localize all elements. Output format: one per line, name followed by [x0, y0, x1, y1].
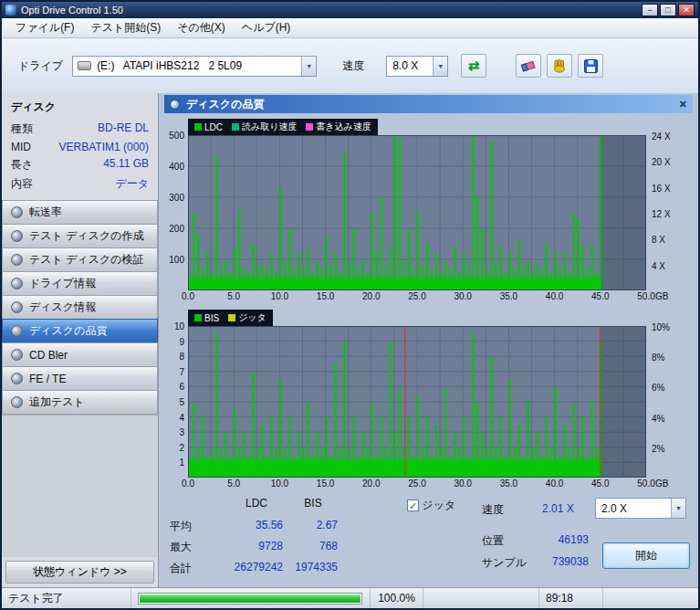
- jitter-checkbox[interactable]: ✓: [407, 500, 419, 511]
- refresh-icon: ⇄: [468, 58, 480, 74]
- sidebar-item-verify-test-disc[interactable]: テスト ディスクの検証: [2, 247, 158, 272]
- toolbar: ドライブ (E:) ATAPI iHBS212 2 5L09 ▼ 速度 8.0 …: [2, 38, 698, 93]
- axis-tick-label: 15.0: [312, 291, 340, 301]
- erase-button[interactable]: [516, 54, 541, 78]
- axis-tick-label: 2: [179, 443, 184, 453]
- menu-file[interactable]: ファイル(F): [7, 18, 82, 37]
- bis-plot: [188, 326, 646, 478]
- max-bis-value: 768: [288, 540, 338, 552]
- jitter-checkbox-label: ジッタ: [422, 499, 455, 511]
- disc-icon: [11, 278, 23, 289]
- axis-unit-label: GB: [655, 291, 677, 301]
- bis-left-axis: 10987654321: [164, 326, 186, 478]
- progress-section: [131, 588, 371, 608]
- avg-label: 平均: [170, 519, 192, 534]
- refresh-button[interactable]: ⇄: [461, 54, 486, 78]
- save-button[interactable]: [578, 54, 603, 78]
- drive-select[interactable]: (E:) ATAPI iHBS212 2 5L09 ▼: [72, 56, 317, 77]
- axis-tick-label: 10.0: [266, 479, 293, 489]
- ldc-legend: LDC 読み取り速度 書き込み速度: [188, 119, 378, 135]
- axis-tick-label: 15.0: [312, 479, 340, 489]
- axis-tick-label: 8: [179, 352, 184, 362]
- close-button[interactable]: ✕: [678, 4, 695, 16]
- axis-tick-label: 35.0: [495, 479, 522, 489]
- disc-icon: [11, 206, 23, 218]
- axis-tick-label: 2%: [652, 444, 664, 454]
- axis-tick-label: 7: [179, 367, 184, 377]
- sidebar-item-fe-te[interactable]: FE / TE: [2, 366, 158, 391]
- content-area: ディスク 種類 BD-RE DL MID VERBATIM1 (000) 長さ …: [2, 93, 698, 587]
- app-window: Opti Drive Control 1.50 – □ ✕ ファイル(F) テス…: [0, 0, 700, 610]
- ldc-x-axis: 0.05.010.015.020.025.030.035.040.045.050…: [188, 290, 698, 304]
- progress-fill: [140, 594, 360, 603]
- maximize-button[interactable]: □: [660, 4, 676, 16]
- status-window-button[interactable]: 状態ウィンドウ >>: [5, 561, 154, 584]
- sample-value: 739038: [516, 555, 589, 568]
- test-speed-select[interactable]: 2.0 X ▼: [595, 498, 686, 519]
- stats-area: LDC BIS 平均 35.56 2.67 最大 9728 768 合計 262…: [164, 495, 693, 587]
- panel-close-icon[interactable]: ✕: [679, 99, 687, 110]
- speed-select[interactable]: 8.0 X ▼: [386, 56, 448, 77]
- axis-tick-label: 25.0: [403, 479, 431, 489]
- panel-title: ディスクの品質: [186, 97, 264, 112]
- axis-tick-label: 500: [169, 131, 184, 141]
- progress-bar: [138, 593, 362, 605]
- total-bis-value: 1974335: [287, 561, 338, 573]
- sidebar-item-transfer-rate[interactable]: 転送率: [2, 200, 158, 225]
- axis-tick-label: 25.0: [403, 291, 431, 301]
- test-speed-value: 2.01 X: [542, 502, 574, 515]
- window-title: Opti Drive Control 1.50: [21, 5, 123, 16]
- sidebar-filler: [2, 415, 158, 557]
- write-speed-swatch: [306, 123, 313, 131]
- axis-tick-label: 8%: [652, 352, 664, 363]
- disc-icon: [11, 325, 23, 337]
- axis-tick-label: 30.0: [449, 479, 476, 489]
- ldc-plot: [188, 135, 646, 290]
- save-icon: [584, 59, 598, 73]
- disc-type-value: BD-RE DL: [98, 121, 149, 137]
- position-label: 位置: [482, 533, 504, 549]
- axis-tick-label: 40.0: [541, 479, 569, 489]
- sidebar-item-disc-quality[interactable]: ディスクの品質: [2, 319, 158, 343]
- sidebar-item-extra-tests[interactable]: 追加テスト: [2, 390, 158, 415]
- axis-tick-label: 4%: [652, 414, 664, 424]
- sidebar-item-drive-info[interactable]: ドライブ情報: [2, 271, 158, 296]
- app-icon: [5, 5, 16, 16]
- minimize-button[interactable]: –: [642, 4, 658, 16]
- ldc-right-axis: 24 X20 X16 X12 X8 X4 X: [649, 135, 682, 290]
- sidebar-item-cd-bler[interactable]: CD Bler: [2, 342, 158, 367]
- axis-tick-label: 20.0: [358, 291, 385, 301]
- disc-content-label: 内容: [11, 176, 33, 192]
- start-button[interactable]: 開始: [602, 542, 690, 569]
- sidebar-item-disc-info[interactable]: ディスク情報: [2, 295, 158, 320]
- menu-help[interactable]: ヘルプ(H): [234, 18, 299, 37]
- disc-info-row: 内容 データ: [2, 174, 158, 194]
- test-speed-select-value: 2.0 X: [596, 502, 671, 515]
- menu-other[interactable]: その他(X): [169, 18, 234, 37]
- drive-icon: [78, 61, 91, 70]
- disc-mid-value: VERBATIM1 (000): [59, 141, 149, 153]
- menu-bar: ファイル(F) テスト開始(S) その他(X) ヘルプ(H): [2, 18, 698, 38]
- axis-tick-label: 400: [169, 162, 184, 172]
- disc-length-value: 45.11 GB: [103, 157, 149, 173]
- axis-tick-label: 45.0: [587, 291, 614, 301]
- axis-tick-label: 0.0: [174, 291, 202, 301]
- axis-tick-label: 1: [179, 458, 184, 468]
- menu-start-test[interactable]: テスト開始(S): [82, 18, 169, 37]
- axis-tick-label: 300: [169, 193, 184, 203]
- elapsed-time: 89:18: [539, 588, 603, 608]
- chevron-down-icon[interactable]: ▼: [433, 57, 447, 76]
- eject-button[interactable]: [547, 54, 572, 78]
- chevron-down-icon[interactable]: ▼: [671, 499, 685, 518]
- disc-info-row: MID VERBATIM1 (000): [2, 139, 158, 155]
- disc-info-row: 種類 BD-RE DL: [2, 120, 158, 139]
- axis-tick-label: 10.0: [266, 291, 293, 301]
- drive-label: ドライブ: [18, 58, 63, 74]
- ldc-left-axis: 500400300200100: [164, 135, 186, 290]
- axis-tick-label: 6: [179, 382, 184, 392]
- sidebar-item-create-test-disc[interactable]: テスト ディスクの作成: [2, 224, 158, 248]
- axis-tick-label: 100: [169, 255, 184, 265]
- chevron-down-icon[interactable]: ▼: [301, 57, 316, 76]
- progress-percent: 100.0%: [371, 588, 423, 608]
- bis-column-header: BIS: [288, 497, 338, 510]
